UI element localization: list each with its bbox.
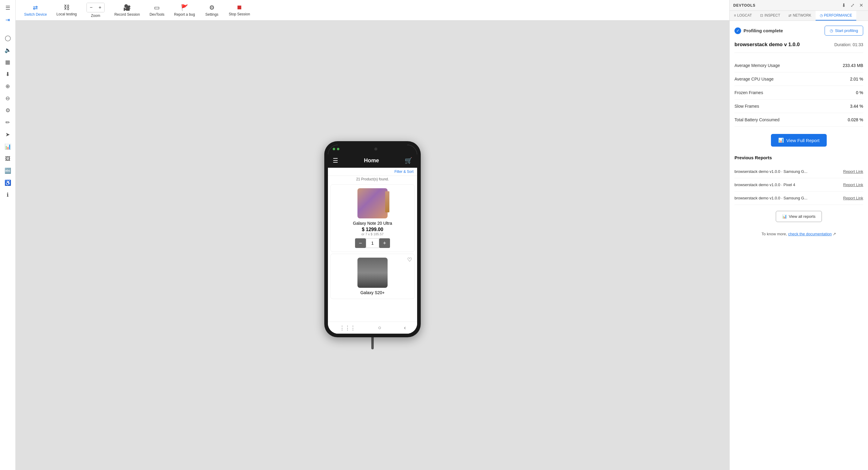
favorite-icon[interactable]: ♡ (407, 257, 412, 263)
tab-inspect[interactable]: ⊡ INSPECT (756, 11, 784, 21)
tab-performance[interactable]: ◷ PERFORMANCE (815, 11, 856, 21)
phone-frame: ☰ Home 🛒 Filter & Sort 21 Product(s) fou… (324, 141, 421, 337)
product-price-1: $ 1299.00 (334, 227, 411, 232)
profiling-status-left: ✓ Profiling complete (735, 27, 783, 34)
minus-circle-icon[interactable]: ⊖ (2, 93, 13, 104)
devtools-icon: ▭ (154, 4, 160, 11)
zoom-minus-button[interactable]: − (87, 3, 96, 12)
report-row-0: browserstack demo v1.0.0 · Samsung G... … (735, 165, 863, 178)
tab-logcat[interactable]: ≡ LOGCAT (730, 11, 756, 21)
nav-back-icon[interactable]: ‹ (404, 325, 406, 331)
report-link-0[interactable]: Report Link (843, 169, 863, 174)
product-name-2: Galaxy S20+ (334, 290, 411, 295)
report-bug-button[interactable]: 🚩 Report a bug (169, 1, 200, 19)
tab-network[interactable]: ⇄ NETWORK (784, 11, 815, 21)
switch-device-button[interactable]: ⇄ Switch Device (19, 1, 52, 19)
switch-device-icon: ⇄ (33, 4, 38, 11)
docs-link[interactable]: check the documentation (788, 232, 832, 236)
product-card-2: ♡ Galaxy S20+ (330, 254, 415, 299)
app-name: browserstack demo v 1.0.0 (735, 41, 800, 48)
report-name-1: browserstack demo v1.0.0 · Pixel 4 (735, 182, 795, 187)
view-full-report-icon: 📊 (778, 138, 784, 143)
metric-value-2: 0 % (856, 90, 863, 95)
view-all-reports-button[interactable]: 📊 View all reports (776, 211, 822, 222)
devtools-actions: ⬇ ⤢ ✕ (841, 2, 864, 9)
app-title: Home (364, 157, 379, 164)
phone-camera (374, 148, 377, 150)
hamburger-menu-icon[interactable]: ☰ (333, 157, 338, 164)
devtools-close-button[interactable]: ✕ (858, 2, 864, 9)
devtools-expand-button[interactable]: ⤢ (849, 2, 856, 9)
start-profiling-label: Start profiling (835, 28, 858, 33)
left-sidebar: ☰ ⇥ ◯ 🔈 ▦ ⬇ ⊕ ⊖ ⚙ ✏ ➤ 📊 🖼 🔤 ♿ ℹ (0, 0, 16, 470)
report-link-1[interactable]: Report Link (843, 182, 863, 187)
main-area: ⇄ Switch Device ⛓ Local testing − + Zoom… (16, 0, 730, 470)
brush-icon[interactable]: ✏ (2, 117, 13, 128)
info-icon[interactable]: ℹ (2, 189, 13, 200)
gallery-icon[interactable]: 🖼 (2, 153, 13, 164)
settings-button[interactable]: ⚙ Settings (200, 1, 224, 19)
nav-menu-icon[interactable]: ⋮⋮⋮ (339, 325, 355, 331)
metric-label-3: Slow Frames (735, 104, 759, 109)
report-row-2: browserstack demo v1.0.0 · Samsung G... … (735, 192, 863, 205)
previous-reports-title: Previous Reports (735, 155, 863, 160)
toolbar: ⇄ Switch Device ⛓ Local testing − + Zoom… (16, 0, 730, 21)
settings-label: Settings (205, 12, 218, 17)
product-price-alt-1: or 7 x $ 185.57 (334, 232, 411, 236)
devtools-title: DEVTOOLS (733, 3, 755, 7)
settings-icon[interactable]: ⚙ (2, 105, 13, 116)
crosshair-icon[interactable]: ⊕ (2, 81, 13, 92)
network-tab-label: NETWORK (793, 13, 811, 18)
zoom-button[interactable]: − + Zoom (82, 0, 110, 20)
previous-reports-section: Previous Reports browserstack demo v1.0.… (735, 155, 863, 236)
metric-row-1: Average CPU Usage 2.01 % (735, 72, 863, 86)
circle-icon[interactable]: ◯ (2, 33, 13, 43)
devtools-panel: DEVTOOLS ⬇ ⤢ ✕ ≡ LOGCAT ⊡ INSPECT ⇄ NETW… (730, 0, 868, 470)
send-icon[interactable]: ➤ (2, 129, 13, 140)
forward-icon[interactable]: ⇥ (2, 14, 13, 25)
metric-value-1: 2.01 % (850, 77, 863, 82)
devtools-tabs: ≡ LOGCAT ⊡ INSPECT ⇄ NETWORK ◷ PERFORMAN… (730, 11, 868, 21)
cart-icon[interactable]: 🛒 (405, 157, 412, 164)
zoom-plus-button[interactable]: + (96, 3, 104, 12)
metric-row-0: Average Memory Usage 233.43 MB (735, 59, 863, 72)
stop-session-label: Stop Session (229, 12, 250, 16)
local-testing-button[interactable]: ⛓ Local testing (52, 1, 82, 19)
stop-session-button[interactable]: ⏹ Stop Session (224, 1, 255, 19)
app-header: ☰ Home 🛒 (328, 153, 417, 168)
zoom-controls: − + (87, 3, 105, 12)
chart-icon[interactable]: 📊 (2, 141, 13, 152)
devtools-label: DevTools (150, 12, 164, 17)
qty-minus-1[interactable]: − (355, 238, 366, 248)
panels-icon[interactable]: ▦ (2, 57, 13, 67)
devtools-download-button[interactable]: ⬇ (841, 2, 847, 9)
docs-link-row: To know more, check the documentation ↗ (735, 228, 863, 236)
network-icon: ⇄ (788, 13, 792, 18)
accessibility-icon[interactable]: ♿ (2, 177, 13, 188)
status-dot-2 (337, 148, 339, 150)
menu-icon[interactable]: ☰ (2, 2, 13, 13)
record-session-button[interactable]: 🎥 Record Session (110, 1, 145, 19)
status-dots (333, 148, 339, 150)
device-viewport: ☰ Home 🛒 Filter & Sort 21 Product(s) fou… (16, 21, 730, 470)
inspect-icon: ⊡ (760, 13, 763, 18)
nav-home-icon[interactable]: ○ (378, 325, 381, 331)
translate-icon[interactable]: 🔤 (2, 165, 13, 176)
start-profiling-button[interactable]: ◷ Start profiling (825, 26, 863, 36)
speaker-icon[interactable]: 🔈 (2, 45, 13, 56)
qty-plus-1[interactable]: + (379, 238, 390, 248)
product-name-1: Galaxy Note 20 Ultra (334, 221, 411, 226)
view-full-report-button[interactable]: 📊 View Full Report (771, 134, 827, 147)
report-link-2[interactable]: Report Link (843, 196, 863, 200)
settings-icon: ⚙ (209, 4, 215, 11)
filter-sort-button[interactable]: Filter & Sort (328, 168, 417, 176)
phone-status-bar (328, 145, 417, 153)
download-icon[interactable]: ⬇ (2, 69, 13, 80)
product-card-1: Galaxy Note 20 Ultra $ 1299.00 or 7 x $ … (330, 184, 415, 252)
product-qty-1: − 1 + (334, 238, 411, 248)
metric-row-4: Total Battery Consumed 0.028 % (735, 113, 863, 127)
devtools-button[interactable]: ▭ DevTools (145, 1, 169, 19)
app-content: Filter & Sort 21 Product(s) found. Galax… (328, 168, 417, 322)
metric-value-4: 0.028 % (848, 117, 863, 122)
product-image-2 (358, 258, 388, 288)
